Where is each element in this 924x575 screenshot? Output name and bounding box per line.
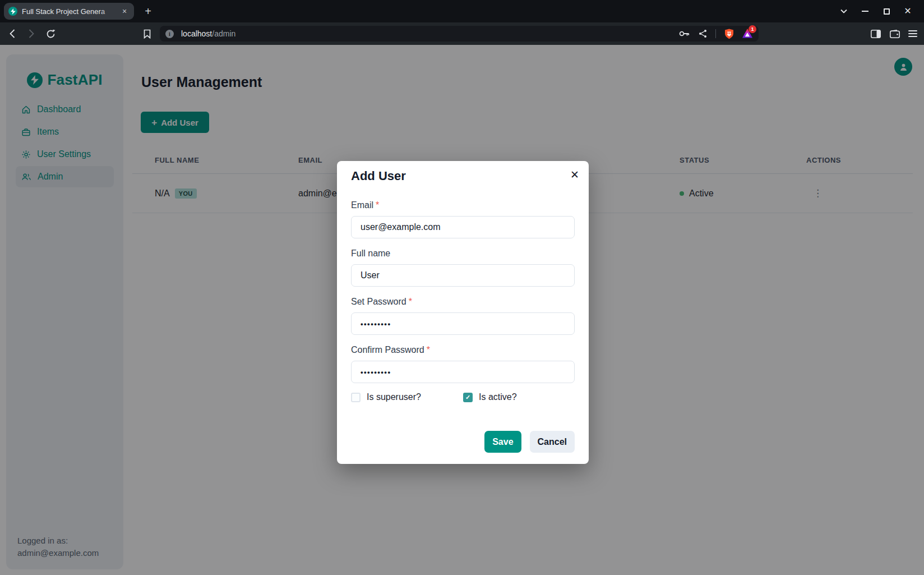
bookmark-icon[interactable] — [141, 28, 153, 39]
modal-title: Add User — [351, 169, 575, 183]
email-label: Email — [351, 200, 373, 210]
window-close-button[interactable]: ✕ — [903, 6, 913, 16]
full-name-field-group: Full name — [351, 247, 575, 287]
browser-titlebar: Full Stack Project Genera × + ✕ — [0, 0, 924, 22]
confirm-password-field-group: Confirm Password* — [351, 344, 575, 383]
required-asterisk: * — [376, 200, 379, 210]
window-maximize-button[interactable] — [881, 6, 891, 16]
checkbox-unchecked-icon[interactable] — [351, 393, 361, 402]
site-info-icon[interactable]: i — [165, 30, 174, 38]
rewards-count-badge: 1 — [749, 25, 756, 33]
save-button[interactable]: Save — [484, 431, 521, 453]
confirm-password-field[interactable] — [351, 361, 575, 383]
browser-toolbar: i localhost/admin 1 — [0, 22, 924, 45]
full-name-label: Full name — [351, 249, 390, 258]
wallet-icon[interactable] — [889, 28, 900, 39]
tab-close-icon[interactable]: × — [119, 6, 130, 16]
window-minimize-button[interactable] — [860, 6, 870, 16]
checkbox-checked-icon[interactable]: ✓ — [463, 393, 473, 402]
tab-search-chevron-icon[interactable] — [839, 6, 849, 16]
set-password-label: Set Password — [351, 297, 406, 306]
checkbox-row: Is superuser? ✓ Is active? — [351, 392, 575, 402]
tab-title: Full Stack Project Genera — [22, 7, 115, 16]
share-icon[interactable] — [697, 28, 708, 39]
toolbar-divider — [715, 29, 716, 38]
email-field-group: Email* — [351, 199, 575, 238]
required-asterisk: * — [427, 345, 430, 355]
modal-close-icon[interactable]: ✕ — [566, 167, 583, 183]
email-field[interactable] — [351, 216, 575, 238]
fastapi-favicon-icon — [8, 7, 17, 16]
menu-hamburger-icon[interactable] — [908, 30, 917, 37]
url-text: localhost/admin — [181, 29, 235, 38]
forward-button[interactable] — [26, 28, 37, 39]
full-name-field[interactable] — [351, 264, 575, 287]
brave-shield-icon[interactable] — [723, 28, 734, 39]
required-asterisk: * — [409, 297, 412, 306]
add-user-modal: Add User ✕ Email* Full name Set Password… — [337, 161, 589, 464]
is-active-label: Is active? — [479, 392, 517, 402]
browser-tab[interactable]: Full Stack Project Genera × — [4, 3, 134, 20]
cancel-button[interactable]: Cancel — [530, 431, 575, 453]
is-superuser-label: Is superuser? — [367, 392, 421, 402]
reload-button[interactable] — [45, 28, 56, 39]
page-content: FastAPI Dashboard Items User Settings Ad… — [0, 45, 924, 575]
window-controls: ✕ — [839, 0, 913, 22]
brave-rewards-icon[interactable]: 1 — [742, 28, 753, 39]
set-password-field[interactable] — [351, 312, 575, 335]
set-password-field-group: Set Password* — [351, 296, 575, 335]
password-key-icon[interactable] — [678, 28, 690, 39]
modal-footer: Save Cancel — [351, 431, 575, 453]
back-button[interactable] — [7, 28, 18, 39]
is-active-checkbox[interactable]: ✓ Is active? — [463, 392, 575, 402]
is-superuser-checkbox[interactable]: Is superuser? — [351, 392, 463, 402]
url-bar[interactable]: i localhost/admin 1 — [160, 26, 759, 42]
new-tab-button[interactable]: + — [141, 5, 155, 19]
confirm-password-label: Confirm Password — [351, 345, 424, 355]
sidebar-panel-icon[interactable] — [870, 28, 881, 39]
